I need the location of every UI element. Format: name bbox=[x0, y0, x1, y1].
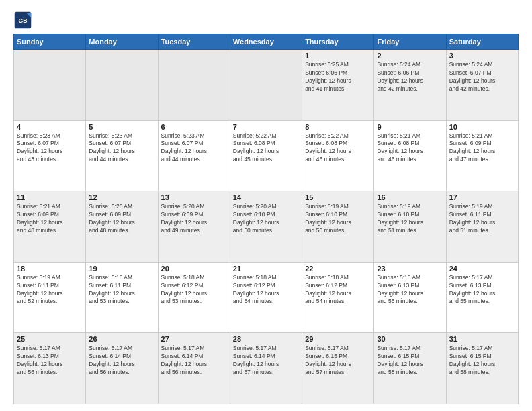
day-info: Sunrise: 5:19 AM Sunset: 6:10 PM Dayligh… bbox=[377, 203, 443, 235]
calendar-cell: 13Sunrise: 5:20 AM Sunset: 6:09 PM Dayli… bbox=[158, 191, 230, 263]
day-info: Sunrise: 5:17 AM Sunset: 6:14 PM Dayligh… bbox=[161, 345, 227, 377]
calendar-cell: 20Sunrise: 5:18 AM Sunset: 6:12 PM Dayli… bbox=[158, 262, 230, 333]
calendar-week-row: 4Sunrise: 5:23 AM Sunset: 6:07 PM Daylig… bbox=[14, 120, 519, 191]
day-info: Sunrise: 5:21 AM Sunset: 6:09 PM Dayligh… bbox=[449, 132, 515, 165]
day-number: 16 bbox=[377, 193, 443, 201]
day-number: 14 bbox=[233, 193, 299, 201]
page: GB SundayMondayTuesdayWednesdayThursdayF… bbox=[0, 0, 532, 411]
day-number: 6 bbox=[161, 123, 227, 131]
header: GB bbox=[13, 11, 519, 30]
calendar-cell: 4Sunrise: 5:23 AM Sunset: 6:07 PM Daylig… bbox=[14, 120, 86, 191]
calendar-cell: 23Sunrise: 5:18 AM Sunset: 6:13 PM Dayli… bbox=[374, 262, 446, 333]
day-number: 27 bbox=[161, 335, 227, 343]
day-info: Sunrise: 5:18 AM Sunset: 6:12 PM Dayligh… bbox=[305, 274, 371, 306]
day-info: Sunrise: 5:20 AM Sunset: 6:10 PM Dayligh… bbox=[233, 203, 299, 235]
calendar-cell: 14Sunrise: 5:20 AM Sunset: 6:10 PM Dayli… bbox=[230, 191, 302, 263]
day-info: Sunrise: 5:17 AM Sunset: 6:13 PM Dayligh… bbox=[449, 274, 515, 306]
day-info: Sunrise: 5:23 AM Sunset: 6:07 PM Dayligh… bbox=[161, 132, 227, 165]
day-info: Sunrise: 5:20 AM Sunset: 6:09 PM Dayligh… bbox=[161, 203, 227, 235]
calendar-cell: 11Sunrise: 5:21 AM Sunset: 6:09 PM Dayli… bbox=[14, 191, 86, 263]
weekday-header-friday: Friday bbox=[374, 34, 446, 50]
day-number: 8 bbox=[305, 123, 371, 131]
calendar-cell: 25Sunrise: 5:17 AM Sunset: 6:13 PM Dayli… bbox=[14, 333, 86, 404]
day-number: 7 bbox=[233, 123, 299, 131]
calendar-week-row: 18Sunrise: 5:19 AM Sunset: 6:11 PM Dayli… bbox=[14, 262, 519, 333]
day-info: Sunrise: 5:18 AM Sunset: 6:13 PM Dayligh… bbox=[377, 274, 443, 306]
day-info: Sunrise: 5:17 AM Sunset: 6:13 PM Dayligh… bbox=[17, 345, 83, 377]
calendar-cell: 18Sunrise: 5:19 AM Sunset: 6:11 PM Dayli… bbox=[14, 262, 86, 333]
calendar-cell: 27Sunrise: 5:17 AM Sunset: 6:14 PM Dayli… bbox=[158, 333, 230, 404]
day-number: 29 bbox=[305, 335, 371, 343]
calendar-cell bbox=[86, 50, 158, 121]
day-info: Sunrise: 5:17 AM Sunset: 6:14 PM Dayligh… bbox=[89, 345, 154, 377]
day-number: 22 bbox=[305, 265, 371, 273]
calendar-week-row: 1Sunrise: 5:25 AM Sunset: 6:06 PM Daylig… bbox=[14, 50, 519, 121]
day-info: Sunrise: 5:21 AM Sunset: 6:09 PM Dayligh… bbox=[17, 203, 83, 235]
day-info: Sunrise: 5:18 AM Sunset: 6:12 PM Dayligh… bbox=[233, 274, 299, 306]
calendar-cell: 2Sunrise: 5:24 AM Sunset: 6:06 PM Daylig… bbox=[374, 50, 446, 121]
calendar-cell: 8Sunrise: 5:22 AM Sunset: 6:08 PM Daylig… bbox=[302, 120, 374, 191]
day-number: 12 bbox=[89, 193, 154, 201]
day-number: 13 bbox=[161, 193, 227, 201]
calendar-cell: 26Sunrise: 5:17 AM Sunset: 6:14 PM Dayli… bbox=[86, 333, 158, 404]
day-info: Sunrise: 5:17 AM Sunset: 6:14 PM Dayligh… bbox=[233, 345, 299, 377]
day-number: 31 bbox=[449, 335, 515, 343]
day-number: 25 bbox=[17, 335, 83, 343]
day-number: 28 bbox=[233, 335, 299, 343]
calendar-cell: 3Sunrise: 5:24 AM Sunset: 6:07 PM Daylig… bbox=[446, 50, 518, 121]
day-number: 4 bbox=[17, 123, 83, 131]
calendar-cell: 9Sunrise: 5:21 AM Sunset: 6:08 PM Daylig… bbox=[374, 120, 446, 191]
day-number: 19 bbox=[89, 265, 154, 273]
day-number: 24 bbox=[449, 265, 515, 273]
calendar-header-row: SundayMondayTuesdayWednesdayThursdayFrid… bbox=[14, 34, 519, 50]
day-info: Sunrise: 5:21 AM Sunset: 6:08 PM Dayligh… bbox=[377, 132, 443, 165]
day-info: Sunrise: 5:19 AM Sunset: 6:11 PM Dayligh… bbox=[449, 203, 515, 235]
day-number: 18 bbox=[17, 265, 83, 273]
calendar-cell: 31Sunrise: 5:17 AM Sunset: 6:15 PM Dayli… bbox=[446, 333, 518, 404]
day-number: 9 bbox=[377, 123, 443, 131]
weekday-header-saturday: Saturday bbox=[446, 34, 518, 50]
day-number: 20 bbox=[161, 265, 227, 273]
day-info: Sunrise: 5:23 AM Sunset: 6:07 PM Dayligh… bbox=[17, 132, 83, 165]
calendar-table: SundayMondayTuesdayWednesdayThursdayFrid… bbox=[13, 34, 519, 404]
calendar-cell: 12Sunrise: 5:20 AM Sunset: 6:09 PM Dayli… bbox=[86, 191, 158, 263]
calendar-cell: 7Sunrise: 5:22 AM Sunset: 6:08 PM Daylig… bbox=[230, 120, 302, 191]
svg-text:GB: GB bbox=[18, 17, 27, 24]
calendar-cell: 19Sunrise: 5:18 AM Sunset: 6:11 PM Dayli… bbox=[86, 262, 158, 333]
day-info: Sunrise: 5:19 AM Sunset: 6:10 PM Dayligh… bbox=[305, 203, 371, 235]
day-info: Sunrise: 5:25 AM Sunset: 6:06 PM Dayligh… bbox=[305, 61, 371, 93]
day-info: Sunrise: 5:17 AM Sunset: 6:15 PM Dayligh… bbox=[305, 345, 371, 377]
weekday-header-monday: Monday bbox=[86, 34, 158, 50]
day-number: 3 bbox=[449, 52, 515, 60]
day-number: 21 bbox=[233, 265, 299, 273]
calendar-cell: 30Sunrise: 5:17 AM Sunset: 6:15 PM Dayli… bbox=[374, 333, 446, 404]
day-info: Sunrise: 5:23 AM Sunset: 6:07 PM Dayligh… bbox=[89, 132, 154, 165]
day-info: Sunrise: 5:18 AM Sunset: 6:11 PM Dayligh… bbox=[89, 274, 154, 306]
calendar-week-row: 25Sunrise: 5:17 AM Sunset: 6:13 PM Dayli… bbox=[14, 333, 519, 404]
calendar-cell: 16Sunrise: 5:19 AM Sunset: 6:10 PM Dayli… bbox=[374, 191, 446, 263]
day-number: 15 bbox=[305, 193, 371, 201]
day-number: 30 bbox=[377, 335, 443, 343]
day-info: Sunrise: 5:24 AM Sunset: 6:07 PM Dayligh… bbox=[449, 61, 515, 93]
day-info: Sunrise: 5:17 AM Sunset: 6:15 PM Dayligh… bbox=[449, 345, 515, 377]
day-info: Sunrise: 5:22 AM Sunset: 6:08 PM Dayligh… bbox=[305, 132, 371, 165]
calendar-week-row: 11Sunrise: 5:21 AM Sunset: 6:09 PM Dayli… bbox=[14, 191, 519, 263]
calendar-cell bbox=[158, 50, 230, 121]
day-number: 1 bbox=[305, 52, 371, 60]
day-info: Sunrise: 5:22 AM Sunset: 6:08 PM Dayligh… bbox=[233, 132, 299, 165]
calendar-cell: 6Sunrise: 5:23 AM Sunset: 6:07 PM Daylig… bbox=[158, 120, 230, 191]
calendar-cell: 5Sunrise: 5:23 AM Sunset: 6:07 PM Daylig… bbox=[86, 120, 158, 191]
calendar-cell bbox=[230, 50, 302, 121]
weekday-header-tuesday: Tuesday bbox=[158, 34, 230, 50]
day-number: 11 bbox=[17, 193, 83, 201]
day-number: 10 bbox=[449, 123, 515, 131]
day-info: Sunrise: 5:20 AM Sunset: 6:09 PM Dayligh… bbox=[89, 203, 154, 235]
day-info: Sunrise: 5:17 AM Sunset: 6:15 PM Dayligh… bbox=[377, 345, 443, 377]
weekday-header-thursday: Thursday bbox=[302, 34, 374, 50]
calendar-cell: 21Sunrise: 5:18 AM Sunset: 6:12 PM Dayli… bbox=[230, 262, 302, 333]
calendar-cell bbox=[14, 50, 86, 121]
calendar-cell: 17Sunrise: 5:19 AM Sunset: 6:11 PM Dayli… bbox=[446, 191, 518, 263]
logo: GB bbox=[13, 11, 35, 30]
weekday-header-sunday: Sunday bbox=[14, 34, 86, 50]
calendar-cell: 24Sunrise: 5:17 AM Sunset: 6:13 PM Dayli… bbox=[446, 262, 518, 333]
